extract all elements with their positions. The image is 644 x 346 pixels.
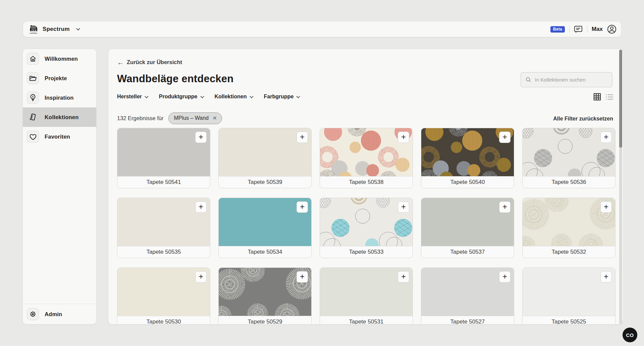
sidebar-item-label: Inspiration: [45, 95, 74, 101]
search-input[interactable]: [535, 77, 607, 83]
filter-dropdown-produktgruppe[interactable]: Produktgruppe: [159, 94, 204, 100]
divider: [569, 26, 570, 33]
pattern-circle: [395, 158, 410, 172]
chevron-down-icon: [200, 94, 204, 98]
heart-icon: [27, 131, 39, 143]
product-label: Tapete 50525: [523, 316, 615, 325]
product-card[interactable]: +Tapete 50539: [218, 128, 312, 188]
beta-badge: Beta: [550, 26, 565, 33]
add-to-favorites-button[interactable]: +: [600, 271, 612, 283]
product-label: Tapete 50530: [117, 316, 210, 325]
sidebar-item-projekte[interactable]: Projekte: [23, 68, 96, 88]
add-to-favorites-button[interactable]: +: [297, 201, 308, 213]
product-card[interactable]: +Tapete 50534: [218, 198, 312, 258]
sidebar-item-label: Kollektionen: [45, 114, 78, 120]
search-box[interactable]: [521, 72, 612, 87]
product-card[interactable]: +Tapete 50535: [117, 198, 210, 258]
add-to-favorites-button[interactable]: +: [499, 201, 511, 213]
sidebar-item-willkommen[interactable]: Willkommen: [23, 49, 96, 68]
sidebar-item-label: Willkommen: [45, 56, 78, 62]
pattern-circle: [523, 128, 533, 138]
add-to-favorites-button[interactable]: +: [398, 271, 409, 283]
product-card[interactable]: +Tapete 50525: [522, 267, 615, 325]
sidebar-item-favoriten[interactable]: Favoriten: [23, 127, 96, 146]
pattern-circle: [451, 142, 462, 153]
scrollbar-track[interactable]: [619, 50, 622, 324]
product-label: Tapete 50541: [117, 176, 210, 188]
add-to-favorites-button[interactable]: +: [297, 132, 308, 143]
reset-filters-link[interactable]: Alle Filter zurücksetzen: [553, 116, 613, 122]
back-link[interactable]: ← Zurück zur Übersicht: [117, 59, 615, 65]
add-to-favorites-button[interactable]: +: [499, 132, 511, 143]
product-label: Tapete 50535: [117, 246, 210, 258]
filter-label: Hersteller: [117, 94, 142, 100]
pattern-circle: [219, 306, 231, 316]
product-card[interactable]: +Tapete 50527: [421, 267, 514, 325]
filter-dropdown-hersteller[interactable]: Hersteller: [117, 94, 148, 100]
product-card[interactable]: +Tapete 50537: [421, 198, 514, 258]
sidebar-item-admin[interactable]: Admin: [23, 304, 96, 324]
product-card[interactable]: +Tapete 50533: [320, 198, 413, 258]
product-label: Tapete 50529: [219, 316, 311, 325]
pattern-circle: [366, 164, 379, 176]
add-to-favorites-button[interactable]: +: [600, 132, 612, 143]
product-label: Tapete 50537: [421, 246, 514, 258]
svg-text:CAPAROL: CAPAROL: [30, 32, 38, 34]
arrow-left-icon: ←: [117, 60, 124, 65]
scrollbar-thumb[interactable]: [619, 50, 622, 148]
pattern-circle: [553, 128, 570, 135]
product-label: Tapete 50531: [320, 316, 413, 325]
pattern-circle: [320, 198, 331, 208]
collections-icon: [27, 111, 39, 123]
add-to-favorites-button[interactable]: +: [499, 271, 511, 283]
pattern-circle: [481, 171, 498, 176]
main-content: ← Zurück zur Übersicht Wandbeläge entdec…: [108, 49, 624, 325]
pattern-circle: [247, 303, 268, 316]
pattern-circle: [523, 236, 535, 246]
filter-dropdown-farbgruppe[interactable]: Farbgruppe: [264, 94, 300, 100]
sidebar-item-label: Projekte: [45, 75, 67, 82]
co-floating-button[interactable]: CO: [623, 328, 637, 342]
sidebar-item-inspiration[interactable]: Inspiration: [23, 88, 96, 107]
product-card[interactable]: +Tapete 50529: [218, 267, 312, 325]
add-to-favorites-button[interactable]: +: [195, 271, 207, 283]
add-to-favorites-button[interactable]: +: [398, 201, 409, 213]
add-to-favorites-button[interactable]: +: [195, 132, 207, 143]
product-label: Tapete 50536: [523, 176, 615, 188]
pattern-circle: [355, 209, 370, 224]
product-label: Tapete 50533: [320, 246, 413, 258]
add-to-favorites-button[interactable]: +: [398, 132, 409, 143]
pattern-circle: [351, 198, 367, 204]
brand-chevron-down-icon: [76, 27, 80, 30]
pattern-circle: [462, 131, 482, 151]
chip-close-icon[interactable]: ✕: [213, 115, 217, 121]
product-card[interactable]: +Tapete 50540: [421, 128, 514, 188]
add-to-favorites-button[interactable]: +: [297, 271, 308, 283]
product-card[interactable]: +Tapete 50532: [522, 198, 615, 258]
divider: [587, 26, 587, 33]
sidebar-item-kollektionen[interactable]: Kollektionen: [23, 107, 96, 127]
product-card[interactable]: +Tapete 50541: [117, 128, 210, 188]
add-to-favorites-button[interactable]: +: [195, 201, 207, 213]
product-label: Tapete 50527: [421, 316, 514, 325]
add-to-favorites-button[interactable]: +: [600, 201, 612, 213]
active-filter-chip[interactable]: MPlus – Wand ✕: [168, 112, 222, 124]
feedback-icon[interactable]: [574, 25, 583, 33]
filter-dropdown-kollektionen[interactable]: Kollektionen: [215, 94, 253, 100]
user-name: Max: [592, 26, 603, 33]
search-icon: [526, 77, 531, 83]
brand-menu[interactable]: CAPAROL Spectrum: [29, 23, 80, 35]
pattern-circle: [361, 131, 381, 151]
product-card[interactable]: +Tapete 50530: [117, 267, 210, 325]
pattern-circle: [376, 198, 390, 208]
sidebar: WillkommenProjekteInspirationKollektione…: [22, 49, 97, 325]
chevron-down-icon: [250, 94, 253, 98]
user-avatar-icon[interactable]: [607, 24, 616, 34]
product-card[interactable]: +Tapete 50536: [522, 128, 615, 188]
product-card[interactable]: +Tapete 50531: [320, 267, 413, 325]
pattern-circle: [324, 128, 342, 141]
chevron-down-icon: [297, 94, 300, 98]
list-view-icon[interactable]: [605, 94, 613, 100]
product-card[interactable]: +Tapete 50538: [320, 128, 413, 188]
grid-view-icon[interactable]: [593, 93, 601, 101]
